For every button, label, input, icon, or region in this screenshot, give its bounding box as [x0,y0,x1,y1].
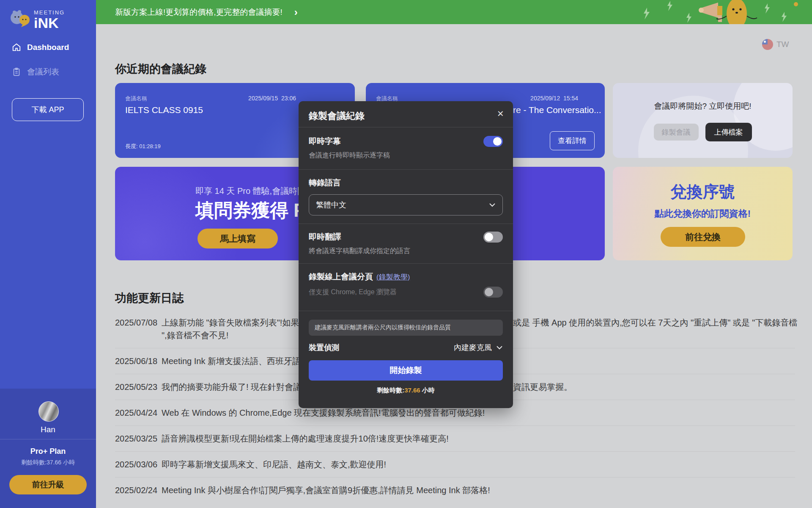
sidebar: MEETING iNK Dashboard 會議列表 下載 APP Han Pr… [0,0,96,508]
log-row: 2025/02/24 Meeting Ink 與小樹屋合作!訂閱戶獨享,會議室首… [115,478,795,503]
language-select[interactable]: 繁體中文 [309,194,503,215]
log-date: 2025/05/23 [115,381,162,393]
meeting-name-label: 會議名稱 [125,95,147,102]
sidebar-item-label: 會議列表 [27,66,59,77]
live-translation-section: 即時翻譯 將會議逐字稿翻譯成你指定的語言 [299,224,513,264]
meeting-duration: 長度: 01:28:19 [125,143,161,150]
log-date: 2025/02/24 [115,484,162,497]
announcement-banner: 新版方案上線!更划算的價格,更完整的會議摘要! › [96,0,812,24]
meeting-datetime: 2025/09/15 23:06 [248,95,296,102]
transcription-language-section: 轉錄語言 繁體中文 [299,170,513,224]
close-icon[interactable]: × [497,108,504,119]
sidebar-item-dashboard[interactable]: Dashboard [0,38,96,57]
quick-start-text: 會議即將開始? 立即使用吧! [613,101,793,112]
go-redeem-button[interactable]: 前往兌換 [661,227,745,247]
remaining-label: 剩餘時數: [377,387,404,394]
tab-recording-section: 錄製線上會議分頁 (錄製教學) 僅支援 Chrome, Edge 瀏覽器 [299,264,513,311]
start-recording-button[interactable]: 開始錄製 [309,360,503,381]
redeem-code-card[interactable]: 兌換序號 點此兌換你的訂閱資格! 前往兌換 [613,167,793,260]
device-select[interactable]: 內建麥克風 [454,342,503,353]
recent-meetings-title: 你近期的會議紀錄 [115,61,206,77]
sidebar-item-meeting-list[interactable]: 會議列表 [0,63,96,81]
redeem-title: 兌換序號 [613,181,793,203]
tab-recording-toggle[interactable] [483,287,503,298]
user-name: Han [0,425,96,434]
live-captions-desc: 會議進行時即時顯示逐字稿 [309,151,503,160]
tab-recording-label: 錄製線上會議分頁 [309,271,373,282]
chevron-down-icon [496,345,503,350]
log-date: 2025/07/08 [115,316,162,342]
upload-file-button[interactable]: 上傳檔案 [705,123,752,141]
taiwan-flag-icon [762,39,773,50]
device-detection-label: 裝置偵測 [309,342,339,353]
remaining-value: 37.66 [404,387,420,394]
toggle-knob [485,288,493,296]
language-value: 繁體中文 [316,200,346,210]
avatar[interactable] [38,401,59,422]
chevron-down-icon [489,203,496,207]
live-translation-toggle[interactable] [483,232,503,243]
download-app-button[interactable]: 下載 APP [12,98,84,121]
log-text: Web 在 Windows 的 Chrome,Edge 現在支援錄製系統音訊!電… [162,406,795,419]
divider [0,439,96,439]
log-row: 2025/03/06 即時字幕新增支援馬來文、印尼語、越南文、泰文,歡迎使用! [115,452,795,478]
clipboard-icon [12,67,21,77]
sidebar-item-label: Dashboard [27,43,69,52]
announcement-text: 新版方案上線!更划算的價格,更完整的會議摘要! [115,7,283,18]
quick-start-card: 會議即將開始? 立即使用吧! 錄製會議 上傳檔案 [613,83,793,158]
language-label: 轉錄語言 [309,177,503,188]
log-text: 語音辨識模型更新!現在開始檔案上傳的處理速度提升10倍!速度更快準確更高! [162,432,795,445]
log-date: 2025/03/25 [115,432,162,445]
log-row: 2025/03/25 語音辨識模型更新!現在開始檔案上傳的處理速度提升10倍!速… [115,426,795,452]
device-detection-row: 裝置偵測 內建麥克風 [309,342,503,353]
mic-distance-tip: 建議麥克風距離講者兩公尺內以獲得較佳的錄音品質 [309,320,503,336]
meeting-datetime: 2025/09/12 15:54 [530,95,578,102]
language-selector[interactable]: TW [762,39,789,50]
plan-name: Pro+ Plan [0,447,96,456]
chevron-right-icon: › [294,7,298,17]
app-logo[interactable]: MEETING iNK [8,7,65,31]
record-meeting-modal: 錄製會議紀錄 × 即時字幕 會議進行時即時顯示逐字稿 轉錄語言 繁體中文 即時翻… [299,101,513,408]
log-date: 2025/04/24 [115,406,162,419]
logo-bubbles-icon [8,7,33,31]
update-log-title: 功能更新日誌 [115,290,184,306]
toggle-knob [485,233,493,241]
live-captions-toggle[interactable] [483,136,503,147]
fill-survey-button[interactable]: 馬上填寫 [198,229,278,248]
log-text: Meeting Ink 與小樹屋合作!訂閱戶獨享,會議室首購9折優惠,詳情請見 … [162,484,795,497]
remaining-hours: 剩餘時數:37.66 小時 [299,387,513,395]
logo-word-ink: iNK [34,16,65,30]
meeting-title: re - The Conversatio... [513,105,601,115]
log-text: 即時字幕新增支援馬來文、印尼語、越南文、泰文,歡迎使用! [162,458,795,471]
live-captions-label: 即時字幕 [309,136,341,147]
home-icon [12,43,21,52]
promo-small-text: 即享 14 天 Pro 體驗,會議時間 [195,185,306,197]
recording-tutorial-link[interactable]: (錄製教學) [376,272,410,282]
log-date: 2025/03/06 [115,458,162,471]
locale-label: TW [776,40,789,49]
toggle-knob [493,137,502,146]
remaining-unit: 小時 [420,387,435,394]
translation-label: 即時翻譯 [309,232,341,243]
record-meeting-button[interactable]: 錄製會議 [654,124,699,141]
live-captions-section: 即時字幕 會議進行時即時顯示逐字稿 [299,127,513,170]
sidebar-user-panel: Han Pro+ Plan 剩餘時數:37.66 小時 前往升級 [0,389,96,508]
tab-recording-desc: 僅支援 Chrome, Edge 瀏覽器 [309,288,397,297]
meeting-title: IELTS CLASS 0915 [125,105,203,115]
redeem-subtitle: 點此兌換你的訂閱資格! [613,207,793,220]
device-value: 內建麥克風 [454,342,492,353]
promo-headline: 填問券獲得 P [195,198,306,223]
announcement-link[interactable]: 新版方案上線!更划算的價格,更完整的會議摘要! › [115,0,298,24]
banner-decoration-mascot-icon [639,0,799,24]
modal-title: 錄製會議紀錄 [299,101,513,127]
plan-remaining-hours: 剩餘時數:37.66 小時 [0,459,96,467]
upgrade-button[interactable]: 前往升級 [9,475,87,494]
translation-desc: 將會議逐字稿翻譯成你指定的語言 [309,247,503,256]
log-date: 2025/06/18 [115,355,162,367]
view-details-button[interactable]: 查看詳情 [550,131,595,150]
